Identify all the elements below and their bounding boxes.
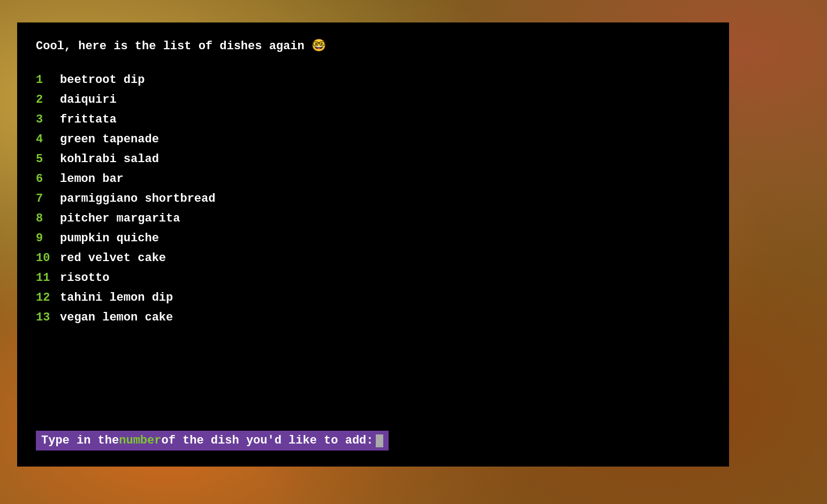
dish-number: 3 xyxy=(36,111,60,128)
list-item: 12tahini lemon dip xyxy=(36,289,710,307)
terminal-window: Cool, here is the list of dishes again 🤓… xyxy=(17,22,729,467)
dish-name: pitcher margarita xyxy=(60,210,180,227)
dish-name: frittata xyxy=(60,111,117,128)
dish-number: 2 xyxy=(36,91,60,109)
cursor xyxy=(376,434,383,447)
list-item: 11risotto xyxy=(36,269,710,287)
prompt-line: Type in the number of the dish you'd lik… xyxy=(36,431,389,450)
dish-number: 11 xyxy=(36,269,60,287)
header-emoji: 🤓 xyxy=(312,40,326,53)
prompt-prefix: Type in the xyxy=(41,434,119,447)
list-item: 1beetroot dip xyxy=(36,71,710,89)
dish-name: pumpkin quiche xyxy=(60,230,159,247)
prompt-area: Type in the number of the dish you'd lik… xyxy=(36,420,710,450)
list-item: 2daiquiri xyxy=(36,91,710,109)
header-text: Cool, here is the list of dishes again 🤓 xyxy=(36,39,710,55)
dish-name: risotto xyxy=(60,269,109,287)
list-item: 3frittata xyxy=(36,111,710,128)
dish-name: beetroot dip xyxy=(60,71,145,89)
list-item: 13vegan lemon cake xyxy=(36,309,710,326)
dish-number: 13 xyxy=(36,309,60,326)
dish-name: daiquiri xyxy=(60,91,117,109)
dish-number: 4 xyxy=(36,131,60,148)
dish-name: vegan lemon cake xyxy=(60,309,173,326)
dish-number: 10 xyxy=(36,249,60,267)
prompt-highlight: number xyxy=(119,434,161,447)
dish-name: parmiggiano shortbread xyxy=(60,190,215,208)
list-item: 8pitcher margarita xyxy=(36,210,710,227)
list-item: 7parmiggiano shortbread xyxy=(36,190,710,208)
dish-number: 12 xyxy=(36,289,60,307)
dish-name: tahini lemon dip xyxy=(60,289,173,307)
dish-name: lemon bar xyxy=(60,170,124,188)
dish-number: 7 xyxy=(36,190,60,208)
dish-name: red velvet cake xyxy=(60,249,166,267)
list-item: 5kohlrabi salad xyxy=(36,150,710,168)
dish-name: green tapenade xyxy=(60,131,159,148)
dish-number: 1 xyxy=(36,71,60,89)
list-item: 9pumpkin quiche xyxy=(36,230,710,247)
dish-number: 6 xyxy=(36,170,60,188)
dish-list: 1beetroot dip2daiquiri3frittata4green ta… xyxy=(36,71,710,420)
dish-number: 9 xyxy=(36,230,60,247)
dish-number: 5 xyxy=(36,150,60,168)
list-item: 6lemon bar xyxy=(36,170,710,188)
header-label: Cool, here is the list of dishes again xyxy=(36,40,312,53)
prompt-suffix: of the dish you'd like to add: xyxy=(161,434,373,447)
dish-number: 8 xyxy=(36,210,60,227)
dish-name: kohlrabi salad xyxy=(60,150,159,168)
list-item: 4green tapenade xyxy=(36,131,710,148)
list-item: 10red velvet cake xyxy=(36,249,710,267)
